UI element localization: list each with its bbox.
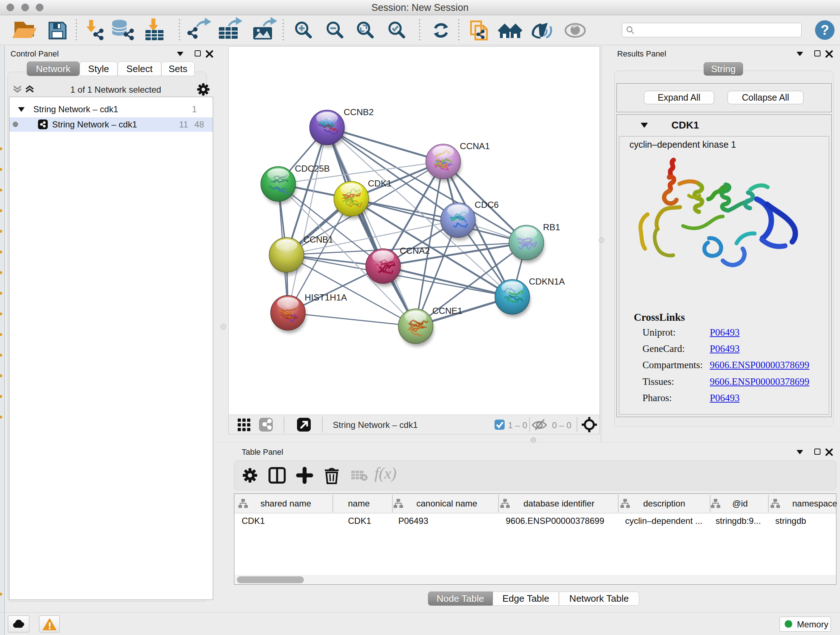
svg-text:CCNE1: CCNE1 xyxy=(432,306,462,316)
svg-text:CCNA1: CCNA1 xyxy=(460,141,490,151)
svg-text:?: ? xyxy=(821,22,829,38)
svg-text:CDC25B: CDC25B xyxy=(295,164,330,173)
svg-text:CCNB2: CCNB2 xyxy=(344,107,374,117)
svg-text:CCNB1: CCNB1 xyxy=(303,234,333,244)
svg-text:CDC6: CDC6 xyxy=(475,200,499,210)
svg-text:HIST1H1A: HIST1H1A xyxy=(305,293,347,302)
svg-text:CDKN1A: CDKN1A xyxy=(529,277,565,287)
svg-text:CDK1: CDK1 xyxy=(368,179,392,188)
svg-text:CCNA2: CCNA2 xyxy=(400,246,430,256)
svg-text:RB1: RB1 xyxy=(543,222,561,232)
